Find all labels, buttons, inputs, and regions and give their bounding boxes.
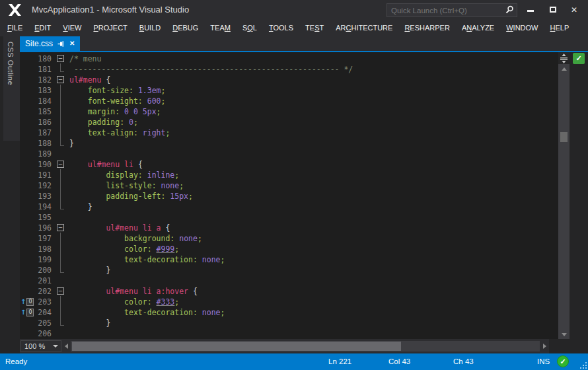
menu-item-resharper[interactable]: RESHARPER <box>398 20 455 36</box>
vertical-scroll-thumb[interactable] <box>560 132 568 142</box>
code-line[interactable]: 187 text-align: right; <box>20 128 558 138</box>
horizontal-scroll-thumb[interactable] <box>72 342 401 351</box>
quick-launch-box[interactable] <box>386 3 517 17</box>
gutter-margin <box>20 96 32 106</box>
resize-grip[interactable] <box>579 361 587 369</box>
code-line[interactable]: 188} <box>20 138 558 149</box>
gutter-margin <box>20 75 32 85</box>
line-number: 181 <box>32 64 52 75</box>
gutter-margin: ↑0 <box>20 307 32 318</box>
code-line[interactable]: 202– ul#menu li a:hover { <box>20 286 558 297</box>
zoom-selector[interactable]: 100 % <box>20 340 61 352</box>
menu-item-window[interactable]: WINDOW <box>500 20 544 36</box>
split-window-handle[interactable] <box>558 52 570 64</box>
menu-item-architecture[interactable]: ARCHITECTURE <box>330 20 398 36</box>
minimize-button[interactable] <box>523 4 538 16</box>
close-tab-icon[interactable]: ✕ <box>69 40 75 48</box>
code-line[interactable]: 190– ul#menu li { <box>20 159 558 170</box>
line-number: 194 <box>32 202 52 212</box>
line-number: 180 <box>32 54 52 64</box>
code-editor[interactable]: 180–/* menu181 -------------------------… <box>20 52 558 339</box>
code-text: list-style: none; <box>69 180 184 191</box>
scroll-down-arrow[interactable] <box>558 330 570 339</box>
code-line[interactable]: 197 background: none; <box>20 233 558 244</box>
line-number: 190 <box>32 159 52 170</box>
menu-item-view[interactable]: VIEW <box>57 20 87 36</box>
menu-item-team[interactable]: TEAM <box>204 20 237 36</box>
status-insert-mode: INS <box>537 357 550 365</box>
code-text: font-weight: 600; <box>69 96 165 106</box>
code-text: ul#menu { <box>69 75 110 85</box>
fold-column <box>55 307 66 318</box>
close-button[interactable]: ✕ <box>567 4 581 16</box>
line-number: 196 <box>32 223 52 233</box>
tab-site-css[interactable]: Site.css ✕ <box>20 36 80 51</box>
document-tab-row: Site.css ✕ <box>20 36 588 51</box>
scroll-left-arrow[interactable] <box>61 344 71 349</box>
menu-item-tools[interactable]: TOOLS <box>263 20 299 36</box>
menu-item-build[interactable]: BUILD <box>133 20 166 36</box>
scrollbar-corner <box>549 339 588 353</box>
code-line[interactable]: 196– ul#menu li a { <box>20 223 558 233</box>
code-line[interactable]: 183 font-size: 1.3em; <box>20 85 558 96</box>
line-number: 184 <box>32 96 52 106</box>
maximize-button[interactable] <box>546 4 560 16</box>
code-line[interactable]: 189 <box>20 149 558 159</box>
menu-item-edit[interactable]: EDIT <box>28 20 57 36</box>
chevron-down-icon <box>53 345 58 348</box>
menu-item-file[interactable]: FILE <box>1 20 28 36</box>
code-line[interactable]: 201 <box>20 276 558 286</box>
code-text: background: none; <box>69 233 202 244</box>
code-line[interactable]: 186 padding: 0; <box>20 117 558 128</box>
code-line[interactable]: 181 ------------------------------------… <box>20 64 558 75</box>
scroll-right-arrow[interactable] <box>540 344 549 349</box>
menu-item-analyze[interactable]: ANALYZE <box>456 20 500 36</box>
menu-item-project[interactable]: PROJECT <box>87 20 133 36</box>
code-line[interactable]: ↑0203 color: #333; <box>20 297 558 307</box>
collapse-region-icon[interactable]: – <box>57 55 64 62</box>
code-line[interactable]: 198 color: #999; <box>20 244 558 254</box>
line-number: 189 <box>32 149 52 159</box>
menu-item-help[interactable]: HELP <box>544 20 575 36</box>
code-line[interactable]: 194 } <box>20 202 558 212</box>
code-line[interactable]: 195 <box>20 212 558 223</box>
line-number: 186 <box>32 117 52 128</box>
fold-column <box>55 96 66 106</box>
pin-icon[interactable] <box>57 40 65 48</box>
fold-column <box>55 64 66 75</box>
collapse-region-icon[interactable]: – <box>57 287 64 295</box>
menu-item-sql[interactable]: SQL <box>237 20 263 36</box>
up-arrow-icon: ↑ <box>20 299 26 305</box>
line-number: 192 <box>32 180 52 191</box>
code-line[interactable]: 200 } <box>20 265 558 276</box>
menu-item-test[interactable]: TEST <box>299 20 330 36</box>
code-line[interactable]: 191 display: inline; <box>20 170 558 180</box>
vertical-scroll-track[interactable] <box>558 73 570 330</box>
code-line[interactable]: 192 list-style: none; <box>20 180 558 191</box>
search-icon[interactable] <box>502 5 517 17</box>
code-line[interactable]: 205 } <box>20 318 558 328</box>
horizontal-scroll-track[interactable] <box>71 341 540 352</box>
collapse-region-icon[interactable]: – <box>57 76 64 83</box>
code-line[interactable]: 193 padding-left: 15px; <box>20 191 558 202</box>
code-line[interactable]: 206 <box>20 328 558 339</box>
code-line[interactable]: 199 text-decoration: none; <box>20 254 558 265</box>
code-line[interactable]: ↑0204 text-decoration: none; <box>20 307 558 318</box>
code-line[interactable]: 182–ul#menu { <box>20 75 558 85</box>
menu-item-debug[interactable]: DEBUG <box>166 20 204 36</box>
code-line[interactable]: 180–/* menu <box>20 54 558 64</box>
code-line[interactable]: 185 margin: 0 0 5px; <box>20 106 558 117</box>
code-text: text-decoration: none; <box>69 307 225 318</box>
scroll-up-arrow[interactable] <box>558 64 570 73</box>
collapse-region-icon[interactable]: – <box>57 224 64 231</box>
line-number: 205 <box>32 318 52 328</box>
vertical-scrollbar[interactable] <box>558 52 570 339</box>
resharper-status-ok-icon[interactable]: ✓ <box>573 53 585 64</box>
collapse-region-icon[interactable]: – <box>57 161 64 168</box>
code-text: ul#menu li a { <box>69 223 170 233</box>
line-number: 199 <box>32 254 52 265</box>
gutter-margin <box>20 138 32 149</box>
quick-launch-input[interactable] <box>387 7 502 15</box>
code-line[interactable]: 184 font-weight: 600; <box>20 96 558 106</box>
css-outline-tab[interactable]: CSS Outline <box>3 36 20 141</box>
